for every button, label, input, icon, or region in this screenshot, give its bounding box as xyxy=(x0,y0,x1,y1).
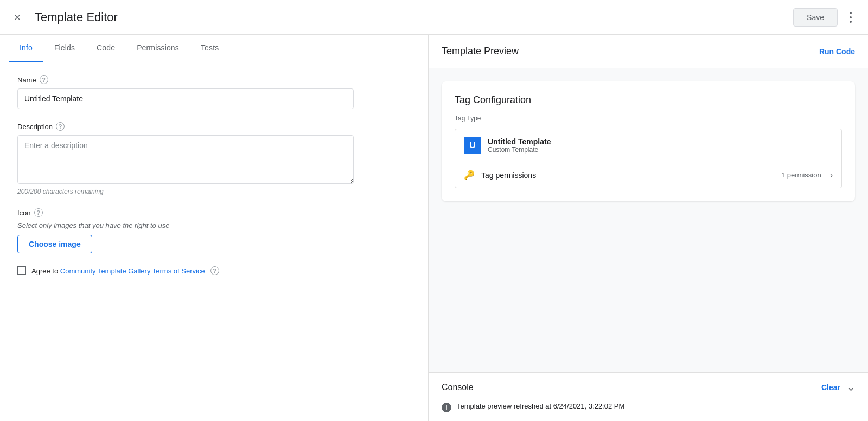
description-field-group: Description ? 200/200 characters remaini… xyxy=(17,122,411,195)
tabs-bar: Info Fields Code Permissions Tests xyxy=(0,35,428,62)
svg-point-2 xyxy=(850,12,852,14)
preview-title: Template Preview xyxy=(442,46,519,57)
icon-label: Icon ? xyxy=(17,208,411,217)
console-log-row: i Template preview refreshed at 6/24/202… xyxy=(442,402,855,412)
tag-icon: U xyxy=(464,137,481,154)
clear-button[interactable]: Clear xyxy=(821,383,840,392)
icon-field-group: Icon ? Select only images that you have … xyxy=(17,208,411,253)
left-content: Name ? Description ? 200/200 characters … xyxy=(0,62,428,421)
tag-type-label: Tag Type xyxy=(455,114,842,122)
console-section: Console Clear ⌄ i Template preview refre… xyxy=(429,372,868,421)
svg-point-4 xyxy=(850,21,852,23)
tab-code[interactable]: Code xyxy=(86,35,126,62)
name-input[interactable] xyxy=(17,88,354,109)
icon-help-icon[interactable]: ? xyxy=(34,208,43,217)
char-count: 200/200 characters remaining xyxy=(17,188,411,195)
main-layout: Info Fields Code Permissions Tests Name … xyxy=(0,35,868,421)
console-header[interactable]: Console Clear ⌄ xyxy=(429,373,868,402)
run-code-button[interactable]: Run Code xyxy=(819,47,855,56)
tag-name: Untitled Template xyxy=(488,137,833,146)
agree-row: Agree to Community Template Gallery Term… xyxy=(17,266,411,275)
app-header: Template Editor Save xyxy=(0,0,868,35)
tag-type-row: U Untitled Template Custom Template 🔑 Ta… xyxy=(455,129,842,188)
description-input[interactable] xyxy=(17,135,354,184)
name-field-group: Name ? xyxy=(17,75,411,109)
right-header: Template Preview Run Code xyxy=(429,35,868,68)
header-right: Save xyxy=(793,8,859,27)
tos-help-icon[interactable]: ? xyxy=(210,266,219,275)
save-button[interactable]: Save xyxy=(793,8,838,27)
console-title: Console xyxy=(442,382,474,392)
tab-tests[interactable]: Tests xyxy=(190,35,229,62)
agree-checkbox[interactable] xyxy=(17,266,26,275)
console-actions: Clear ⌄ xyxy=(821,381,855,393)
name-help-icon[interactable]: ? xyxy=(40,75,48,84)
description-label: Description ? xyxy=(17,122,411,131)
description-help-icon[interactable]: ? xyxy=(56,122,65,131)
tab-permissions[interactable]: Permissions xyxy=(126,35,190,62)
more-options-button[interactable] xyxy=(842,9,859,26)
tab-info[interactable]: Info xyxy=(9,35,43,62)
tab-fields[interactable]: Fields xyxy=(43,35,86,62)
name-label: Name ? xyxy=(17,75,411,84)
tag-info: Untitled Template Custom Template xyxy=(488,137,833,154)
info-icon: i xyxy=(442,403,451,412)
header-left: Template Editor xyxy=(9,9,118,26)
tag-config-title: Tag Configuration xyxy=(455,94,842,106)
permissions-row[interactable]: 🔑 Tag permissions 1 permission › xyxy=(455,162,841,188)
chevron-right-icon: › xyxy=(830,170,833,180)
permissions-count: 1 permission xyxy=(781,171,821,179)
key-icon: 🔑 xyxy=(464,170,475,180)
permissions-label: Tag permissions xyxy=(481,171,775,180)
right-panel: Template Preview Run Code Tag Configurat… xyxy=(429,35,868,421)
tag-config-card: Tag Configuration Tag Type U Untitled Te… xyxy=(442,81,855,201)
icon-subtitle: Select only images that you have the rig… xyxy=(17,221,411,229)
tos-link[interactable]: Community Template Gallery Terms of Serv… xyxy=(60,267,205,275)
preview-area: Tag Configuration Tag Type U Untitled Te… xyxy=(429,68,868,372)
tag-sub: Custom Template xyxy=(488,146,833,154)
page-title: Template Editor xyxy=(35,10,118,24)
expand-icon: ⌄ xyxy=(847,381,855,393)
left-panel: Info Fields Code Permissions Tests Name … xyxy=(0,35,429,421)
console-content: i Template preview refreshed at 6/24/202… xyxy=(429,402,868,421)
tag-type-item[interactable]: U Untitled Template Custom Template xyxy=(455,129,841,162)
choose-image-button[interactable]: Choose image xyxy=(17,235,92,253)
svg-point-3 xyxy=(850,16,852,18)
close-button[interactable] xyxy=(9,9,26,26)
console-message: Template preview refreshed at 6/24/2021,… xyxy=(457,402,624,410)
agree-text: Agree to Community Template Gallery Term… xyxy=(31,267,205,275)
